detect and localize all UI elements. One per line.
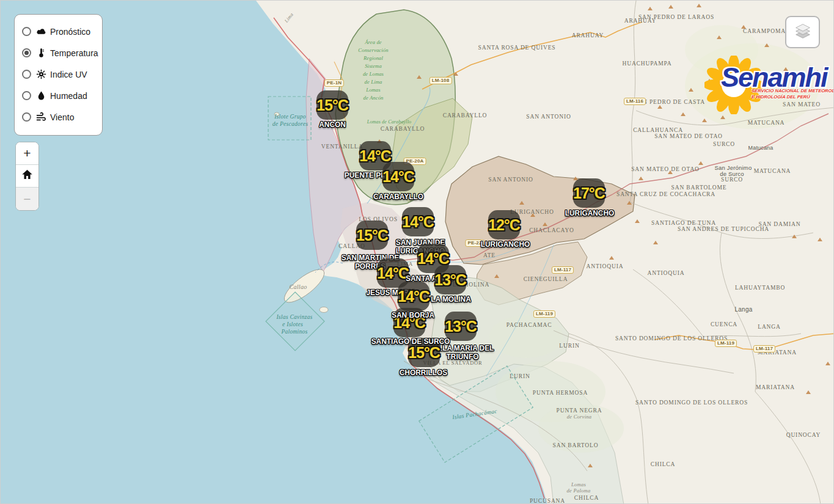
droplet-icon: [36, 90, 46, 101]
temp-value: 15°C: [356, 227, 388, 244]
district-label: ANCON: [319, 120, 346, 129]
cloud-icon: [36, 26, 46, 37]
temp-value: 12°C: [488, 216, 520, 234]
district-label: VILLA MARIA DEL TRIUNFO: [431, 344, 494, 361]
temp-marker-box[interactable]: 15°C: [316, 90, 348, 120]
temp-value: 14°C: [377, 265, 409, 282]
zoom-out-button[interactable]: −: [16, 188, 38, 210]
temp-marker-box[interactable]: 14°C: [398, 282, 430, 311]
option-viento[interactable]: Viento: [22, 106, 95, 128]
islas-cavinzas-area: [266, 292, 324, 351]
option-label: Viento: [50, 112, 74, 122]
district-label: CHORRILLOS: [400, 368, 448, 377]
temp-value: 14°C: [382, 168, 414, 186]
temp-marker-box[interactable]: 14°C: [402, 207, 434, 236]
radio-temperatura[interactable]: [22, 48, 31, 57]
temp-marker-box[interactable]: 12°C: [488, 210, 520, 239]
layer-selector-panel: Pronóstico Temperatura Indice UV: [14, 14, 103, 136]
basemap-layers-button[interactable]: [785, 16, 820, 48]
layers-icon: [792, 21, 813, 43]
temp-marker-box[interactable]: 15°C: [356, 221, 388, 250]
radio-humedad[interactable]: [22, 91, 31, 100]
zoom-control: + −: [15, 142, 39, 211]
option-pronostico[interactable]: Pronóstico: [22, 21, 95, 42]
district-label: SAN BORJA: [392, 311, 434, 320]
temp-marker-box[interactable]: 13°C: [445, 312, 477, 341]
temp-value: 17°C: [573, 184, 605, 202]
radio-viento[interactable]: [22, 112, 31, 122]
district-label: CARABAYLLO: [373, 192, 423, 201]
option-humedad[interactable]: Humedad: [22, 85, 95, 106]
islote-pescadores-area: [268, 97, 311, 140]
sun-gear-icon: [36, 69, 46, 79]
district-label: LURIGANCHO: [481, 240, 530, 249]
home-button[interactable]: [16, 165, 38, 188]
temp-value: 14°C: [402, 213, 434, 231]
option-label: Pronóstico: [50, 27, 90, 37]
option-label: Indice UV: [50, 70, 87, 79]
temp-value: 15°C: [316, 97, 348, 114]
district-label: LA MOLINA: [431, 295, 471, 304]
temp-value: 14°C: [398, 288, 430, 305]
temp-value: 15°C: [408, 344, 440, 362]
home-icon: [21, 169, 33, 183]
radio-pronostico[interactable]: [22, 27, 31, 36]
weather-map-app: SANTA ROSA DE QUIVESARAHUAYARAHUAYSAN PE…: [0, 0, 834, 504]
thermometer-icon: [36, 48, 46, 58]
temp-value: 14°C: [359, 147, 391, 165]
temp-marker-box[interactable]: 17°C: [573, 178, 605, 208]
temp-marker-box[interactable]: 13°C: [434, 265, 466, 294]
temp-marker-box[interactable]: 14°C: [382, 162, 414, 191]
district-label: SANTIAGO DE SURCO: [371, 337, 450, 346]
zoom-in-button[interactable]: +: [16, 142, 38, 165]
option-temperatura[interactable]: Temperatura: [22, 42, 95, 64]
wind-icon: [36, 112, 46, 122]
district-label: LURIGANCHO: [565, 209, 614, 217]
option-label: Temperatura: [50, 48, 98, 58]
radio-indice-uv[interactable]: [22, 70, 31, 79]
temp-value: 13°C: [445, 318, 477, 335]
option-indice-uv[interactable]: Indice UV: [22, 64, 95, 85]
temp-value: 13°C: [434, 271, 466, 289]
option-label: Humedad: [50, 91, 87, 101]
